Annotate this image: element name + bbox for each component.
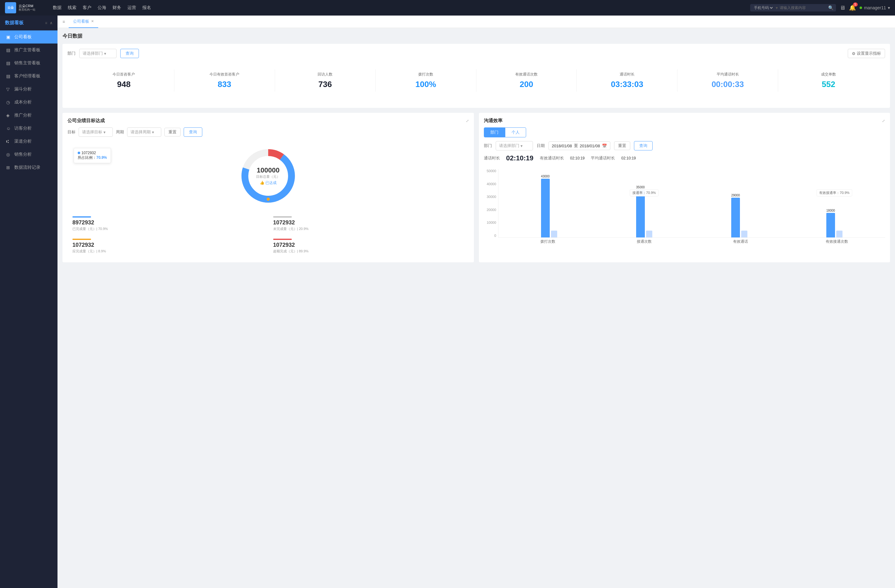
eff-reset-button[interactable]: 重置 (614, 141, 630, 150)
sidebar-item-9[interactable]: ◎销售分析 (0, 148, 58, 161)
sidebar-item-1[interactable]: ▤推广主管看板 (0, 44, 58, 56)
nav-link-公海[interactable]: 公海 (97, 4, 106, 12)
today-query-button[interactable]: 查询 (120, 49, 139, 58)
sidebar-item-3[interactable]: ▤客户经理看板 (0, 70, 58, 83)
eff-query-button[interactable]: 查询 (634, 141, 652, 150)
stat-value-2: 736 (276, 80, 374, 89)
today-filter-row: 部门 请选择部门 ▾ 查询 ⚙ 设置显示指标 (67, 49, 885, 58)
eff-expand-icon[interactable]: ⤢ (882, 119, 885, 123)
logo: 云朵 云朵CRM 教育机构一站 (5, 2, 46, 14)
nav-link-运营[interactable]: 运营 (127, 4, 136, 12)
nav-link-财务[interactable]: 财务 (112, 4, 121, 12)
y-label-0: 50000 (487, 169, 496, 173)
tab-company-board[interactable]: 公司看板 ✕ (69, 15, 98, 28)
goal-stat-2: 1072932 应完成量（元）| 8.9% (67, 235, 268, 257)
goal-stat-value-2: 1072932 (73, 242, 263, 248)
sidebar-icon-7: ☺ (6, 126, 11, 131)
settings-button[interactable]: ⚙ 设置显示指标 (848, 49, 885, 58)
sidebar-label-1: 推广主管看板 (14, 47, 40, 53)
sidebar-item-2[interactable]: ▤销售主管看板 (0, 56, 58, 70)
goal-filters: 目标 请选择目标 ▾ 周期 请选择周期 ▾ 重置 查询 (67, 127, 469, 137)
call-duration-value: 02:10:19 (506, 154, 534, 162)
sidebar-section-label: 数据看板 (5, 20, 24, 26)
goal-stat-value-3: 1072932 (273, 242, 464, 248)
sidebar-item-10[interactable]: ⊞数据流转记录 (0, 161, 58, 174)
sidebar-item-0[interactable]: ▣公司看板 (0, 30, 58, 44)
bar-group-1: 35000 接通率：70.9% (597, 169, 692, 238)
goal-query-button[interactable]: 查询 (184, 127, 202, 137)
bar-chart-container: 50000400003000020000100000 43000 35000 接… (484, 166, 885, 244)
search-input[interactable] (780, 6, 826, 10)
date-to: 2018/01/08 (580, 144, 600, 148)
stat-value-3: 100% (377, 80, 475, 89)
tab-menu-icon[interactable]: ≡ (62, 19, 65, 24)
goal-stat-label-1: 未完成量（元）| 20.9% (273, 227, 464, 231)
eff-tab-1[interactable]: 个人 (505, 127, 526, 137)
bar-1-0 (636, 189, 645, 238)
goal-period-select[interactable]: 请选择周期 ▾ (127, 127, 161, 137)
tab-label: 公司看板 (73, 19, 89, 24)
sidebar-collapse-icon[interactable]: ≡ (45, 21, 47, 25)
eff-summary: 通话时长 02:10:19 有效通话时长 02:10:19 平均通话时长 02:… (484, 154, 885, 162)
stat-card-6: 平均通话时长 00:00:33 (678, 69, 778, 92)
dropdown-icon: ▾ (888, 5, 890, 10)
stat-value-6: 00:00:33 (679, 80, 777, 89)
goal-target-label: 目标 (67, 129, 76, 135)
eff-tab-0[interactable]: 部门 (484, 127, 505, 137)
goal-reset-button[interactable]: 重置 (164, 128, 181, 136)
sidebar-icon-10: ⊞ (6, 165, 11, 170)
dept-select[interactable]: 请选择部门 ▾ (79, 49, 117, 58)
monitor-icon[interactable]: 🖥 (840, 5, 845, 11)
sidebar-label-8: 渠道分析 (14, 139, 32, 144)
eff-dept-select[interactable]: 请选择部门 ▾ (496, 141, 533, 150)
goal-stat-1: 1072932 未完成量（元）| 20.9% (268, 212, 469, 235)
nav-link-报名[interactable]: 报名 (142, 4, 151, 12)
dept-placeholder: 请选择部门 (83, 51, 103, 56)
nav-link-数据[interactable]: 数据 (53, 4, 62, 12)
nav-link-线索[interactable]: 线索 (68, 4, 76, 12)
eff-call-value: 02:10:19 (570, 156, 585, 161)
bar-value-2-0: 29000 (731, 194, 740, 197)
goal-stat-bar-1 (273, 216, 292, 218)
bar-group-3: 18000 有效接通率：70.9% (787, 169, 882, 238)
svg-point-3 (267, 198, 270, 201)
notification-badge: 5 (853, 3, 858, 6)
rate-label-1: 接通率：70.9% (630, 189, 658, 196)
user-info[interactable]: manager11 ▾ (860, 5, 890, 10)
dept-dropdown-icon: ▾ (104, 51, 106, 56)
tab-close-icon[interactable]: ✕ (91, 19, 94, 23)
bar-3-1 (836, 230, 842, 238)
goal-expand-icon[interactable]: ⤢ (466, 119, 469, 123)
x-labels: 拨打次数接通次数有效通话有效接通次数 (484, 238, 885, 244)
goal-stat-value-0: 8972932 (73, 220, 263, 226)
goal-stat-3: 1072932 超额完成（元）| 89.9% (268, 235, 469, 257)
sidebar-arrow-icon[interactable]: ∧ (50, 21, 53, 25)
call-duration-label: 通话时长 (484, 155, 500, 161)
bar-2-1 (741, 230, 747, 238)
sidebar-item-7[interactable]: ☺访客分析 (0, 122, 58, 135)
sidebar-label-4: 漏斗分析 (14, 86, 32, 92)
stat-label-7: 成交单数 (780, 72, 878, 77)
y-label-3: 20000 (487, 208, 496, 212)
date-separator: 至 (574, 143, 578, 149)
goal-target-select[interactable]: 请选择目标 ▾ (79, 127, 113, 137)
notification-icon[interactable]: 🔔 5 (849, 5, 856, 11)
sidebar-item-8[interactable]: ⑆渠道分析 (0, 135, 58, 148)
avg-call-value: 02:10:19 (621, 156, 636, 161)
username: manager11 (864, 5, 886, 10)
sidebar-item-6[interactable]: ◈推广分析 (0, 109, 58, 122)
goal-stat-label-2: 应完成量（元）| 8.9% (73, 249, 263, 254)
bar-0-0 (541, 179, 550, 238)
search-type-select[interactable]: 手机号码 (753, 5, 774, 10)
bar-2-0 (731, 198, 740, 238)
bar-group-0: 43000 (502, 169, 597, 238)
sidebar-header: 数据看板 ≡ ∧ (0, 15, 58, 30)
eff-date-range[interactable]: 2018/01/08 至 2018/01/08 📅 (549, 141, 610, 150)
sidebar-item-4[interactable]: ▽漏斗分析 (0, 83, 58, 96)
bar-chart-wrapper: 50000400003000020000100000 43000 35000 接… (484, 169, 885, 238)
goal-stat-bar-3 (273, 239, 292, 240)
sidebar-item-5[interactable]: ◷成本分析 (0, 96, 58, 109)
stat-label-0: 今日首咨客户 (75, 72, 173, 77)
nav-link-客户[interactable]: 客户 (83, 4, 91, 12)
search-icon[interactable]: 🔍 (828, 5, 833, 10)
